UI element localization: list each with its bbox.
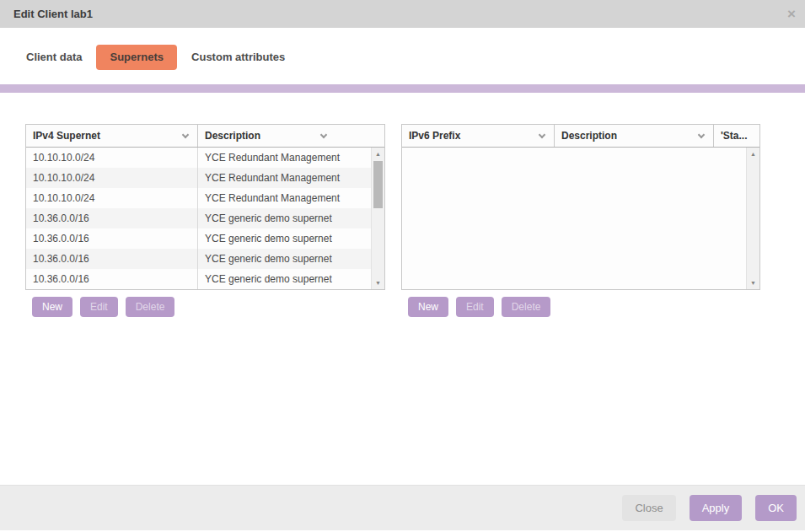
scroll-down-icon[interactable]: ▼ [747, 280, 759, 286]
table-row[interactable]: 10.36.0.0/16 YCE generic demo supernet [26, 269, 384, 289]
ipv6-table-body [402, 148, 759, 289]
supernet-cell: 10.10.10.0/24 [26, 188, 197, 208]
scrollbar-thumb[interactable] [373, 161, 383, 208]
supernet-cell: 10.36.0.0/16 [26, 249, 197, 269]
chevron-down-icon[interactable] [182, 132, 189, 138]
column-header-label: Description [205, 130, 260, 142]
ok-button[interactable]: OK [755, 495, 797, 521]
column-header-label: Description [561, 130, 617, 142]
tab-supernets[interactable]: Supernets [96, 45, 177, 70]
description-cell: YCE generic demo supernet [197, 249, 384, 269]
accent-divider [0, 84, 805, 93]
ipv4-delete-button[interactable]: Delete [126, 297, 175, 317]
supernet-cell: 10.36.0.0/16 [26, 208, 197, 228]
scroll-down-icon[interactable]: ▼ [372, 280, 384, 286]
table-row[interactable]: 10.36.0.0/16 YCE generic demo supernet [26, 249, 384, 269]
chevron-down-icon[interactable] [539, 132, 545, 138]
description-cell: YCE Redundant Management [197, 148, 384, 168]
ipv4-supernet-panel: IPv4 Supernet Description 10.10.10.0/24 … [25, 124, 385, 317]
ipv6-prefix-panel: IPv6 Prefix Description 'Sta... ▲ ▼ N [401, 124, 760, 317]
ipv4-action-buttons: New Edit Delete [32, 297, 385, 317]
ipv6-prefix-table: IPv6 Prefix Description 'Sta... ▲ ▼ [401, 124, 760, 290]
ipv4-supernet-table: IPv4 Supernet Description 10.10.10.0/24 … [25, 124, 385, 290]
supernet-cell: 10.10.10.0/24 [26, 168, 197, 188]
scroll-up-icon[interactable]: ▲ [747, 151, 759, 157]
column-header-label: IPv4 Supernet [33, 130, 100, 142]
ipv6-edit-button[interactable]: Edit [456, 297, 494, 317]
table-row[interactable]: 10.36.0.0/16 YCE generic demo supernet [26, 208, 384, 228]
ipv4-new-button[interactable]: New [32, 297, 72, 317]
close-icon[interactable]: × [784, 0, 799, 28]
tab-custom-attributes[interactable]: Custom attributes [191, 45, 285, 70]
column-header-ipv4-supernet[interactable]: IPv4 Supernet [26, 125, 197, 147]
dialog-footer: Close Apply OK [0, 485, 805, 530]
column-header-description[interactable]: Description [197, 125, 384, 147]
table-row[interactable]: 10.36.0.0/16 YCE generic demo supernet [26, 228, 384, 249]
tab-bar: Client data Supernets Custom attributes [26, 45, 285, 70]
description-cell: YCE generic demo supernet [197, 228, 384, 249]
column-header-ipv6-prefix[interactable]: IPv6 Prefix [402, 125, 554, 147]
dialog-title: Edit Client lab1 [13, 0, 93, 28]
scroll-up-icon[interactable]: ▲ [372, 151, 384, 157]
tab-client-data[interactable]: Client data [26, 45, 82, 70]
description-cell: YCE Redundant Management [197, 168, 384, 188]
ipv4-table-header: IPv4 Supernet Description [26, 125, 384, 148]
ipv6-table-scrollbar[interactable]: ▲ ▼ [746, 148, 759, 289]
description-cell: YCE generic demo supernet [197, 269, 384, 289]
description-cell: YCE generic demo supernet [197, 208, 384, 228]
table-row[interactable]: 10.10.10.0/24 YCE Redundant Management [26, 188, 384, 208]
ipv6-delete-button[interactable]: Delete [502, 297, 551, 317]
apply-button[interactable]: Apply [690, 495, 743, 521]
dialog-header: Edit Client lab1 × [0, 0, 805, 28]
close-button[interactable]: Close [622, 495, 675, 521]
column-header-description[interactable]: Description [554, 125, 713, 147]
ipv4-table-scrollbar[interactable]: ▲ ▼ [371, 148, 384, 289]
column-header-state[interactable]: 'Sta... [713, 125, 759, 147]
ipv6-new-button[interactable]: New [408, 297, 448, 317]
table-row[interactable]: 10.10.10.0/24 YCE Redundant Management [26, 168, 384, 188]
ipv4-table-body: 10.10.10.0/24 YCE Redundant Management 1… [26, 148, 384, 289]
ipv6-table-header: IPv6 Prefix Description 'Sta... [402, 125, 759, 148]
ipv4-edit-button[interactable]: Edit [80, 297, 118, 317]
supernet-cell: 10.36.0.0/16 [26, 269, 197, 289]
chevron-down-icon[interactable] [698, 132, 705, 138]
ipv6-action-buttons: New Edit Delete [408, 297, 760, 317]
chevron-down-icon[interactable] [320, 132, 327, 138]
supernet-cell: 10.10.10.0/24 [26, 148, 197, 168]
column-header-label: 'Sta... [721, 130, 748, 142]
column-header-label: IPv6 Prefix [409, 130, 460, 142]
supernet-cell: 10.36.0.0/16 [26, 228, 197, 249]
table-row[interactable]: 10.10.10.0/24 YCE Redundant Management [26, 148, 384, 168]
description-cell: YCE Redundant Management [197, 188, 384, 208]
